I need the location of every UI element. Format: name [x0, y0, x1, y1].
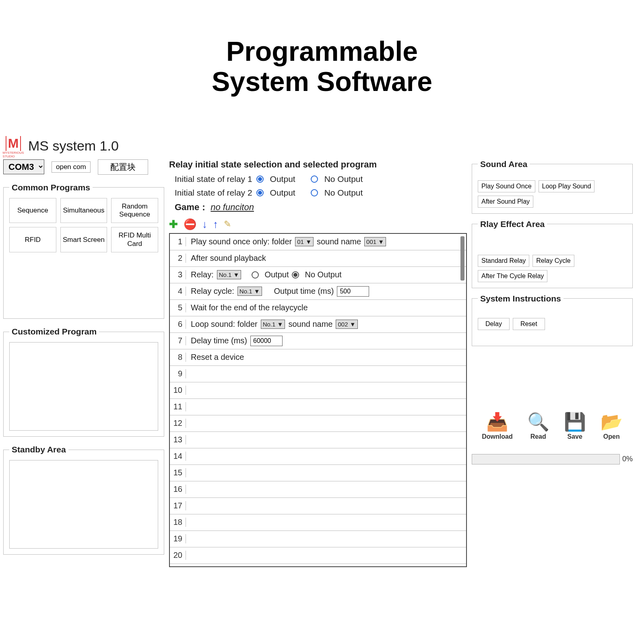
folder-icon: 📂: [601, 413, 623, 431]
relay-no-output-radio[interactable]: [292, 271, 299, 279]
download-icon: 📥: [486, 413, 508, 431]
program-rfid-multi-card[interactable]: RFID Multi Card: [111, 227, 158, 252]
table-row[interactable]: 8 Reset a device: [170, 349, 466, 366]
relay-effect-legend: Rlay Effect Area: [478, 219, 547, 229]
page-title: Programmable System Software: [0, 0, 644, 133]
standard-relay-button[interactable]: Standard Relay: [478, 255, 529, 267]
standby-area[interactable]: [9, 460, 158, 549]
folder-select[interactable]: 01 ▼: [295, 237, 314, 246]
output-time-input[interactable]: [337, 286, 369, 297]
table-row[interactable]: 16: [170, 481, 466, 498]
open-button[interactable]: 📂 Open: [601, 413, 623, 440]
remove-step-icon[interactable]: ⛔: [184, 218, 196, 231]
delay-button[interactable]: Delay: [478, 318, 510, 330]
config-block-button[interactable]: 配置块: [98, 159, 148, 175]
standby-area-legend: Standby Area: [9, 445, 68, 454]
table-row[interactable]: 19: [170, 531, 466, 547]
download-button[interactable]: 📥 Download: [482, 413, 512, 440]
standby-area-group: Standby Area: [3, 445, 164, 555]
step-toolbar: ✚ ⛔ ↓ ↑ ✎: [169, 217, 467, 233]
relay1-output-radio[interactable]: [256, 175, 264, 183]
read-button[interactable]: 🔍 Read: [527, 413, 549, 440]
table-row[interactable]: 5 Wait for the end of the relaycycle: [170, 300, 466, 316]
steps-table: 1 Play sound once only: folder 01 ▼ soun…: [169, 233, 467, 567]
progress-bar: [472, 454, 620, 464]
relay-config: Relay initial state selection and select…: [169, 159, 467, 217]
table-row[interactable]: 13: [170, 432, 466, 448]
add-step-icon[interactable]: ✚: [169, 218, 178, 231]
table-row[interactable]: 20: [170, 547, 466, 564]
move-down-icon[interactable]: ↓: [202, 218, 207, 231]
loop-sound-select[interactable]: 002 ▼: [336, 320, 357, 329]
relay-cycle-select[interactable]: No.1 ▼: [237, 287, 262, 296]
table-row[interactable]: 12: [170, 415, 466, 432]
relay-effect-group: Rlay Effect Area Standard Relay Relay Cy…: [472, 219, 633, 288]
customized-program-area[interactable]: [9, 342, 158, 431]
scrollbar[interactable]: [460, 236, 464, 281]
play-sound-once-button[interactable]: Play Sound Once: [478, 180, 535, 192]
logo: M MYSTERIOUS STUDIO: [3, 136, 23, 156]
program-smart-screen[interactable]: Smart Screen: [60, 227, 107, 252]
app-window: M MYSTERIOUS STUDIO MS system 1.0 COM3 o…: [0, 133, 644, 567]
app-title: MS system 1.0: [28, 138, 119, 154]
after-cycle-relay-button[interactable]: After The Cycle Relay: [478, 270, 547, 282]
sound-area-group: Sound Area Play Sound Once Loop Play Sou…: [472, 159, 633, 214]
progress-row: 0%: [472, 451, 633, 468]
common-programs-legend: Common Programs: [9, 183, 93, 192]
relay1-no-output-radio[interactable]: [311, 175, 318, 183]
app-header: M MYSTERIOUS STUDIO MS system 1.0: [3, 133, 641, 159]
relay-config-title: Relay initial state selection and select…: [169, 159, 467, 172]
table-row[interactable]: 15: [170, 465, 466, 481]
delay-time-input[interactable]: [250, 336, 283, 346]
tool-icon[interactable]: ✎: [224, 219, 231, 229]
sound-area-legend: Sound Area: [478, 159, 530, 169]
sound-select[interactable]: 001 ▼: [364, 237, 386, 246]
table-row[interactable]: 3 Relay: No.1 ▼ Output No Output: [170, 267, 466, 283]
system-instructions-group: System Instructions Delay Reset: [472, 294, 633, 346]
program-rfid[interactable]: RFID: [9, 227, 56, 252]
relay2-row: Initial state of relay 2 Output No Outpu…: [169, 186, 467, 200]
game-value: no funciton: [211, 202, 254, 212]
save-button[interactable]: 💾 Save: [564, 413, 586, 440]
table-row[interactable]: 18: [170, 514, 466, 531]
com-port-select[interactable]: COM3: [3, 159, 44, 174]
relay-select[interactable]: No.1 ▼: [217, 270, 242, 279]
program-random-sequence[interactable]: Random Sequence: [111, 198, 158, 223]
search-icon: 🔍: [527, 413, 549, 431]
table-row[interactable]: 6 Loop sound: folder No.1 ▼ sound name 0…: [170, 316, 466, 333]
customized-program-legend: Customized Program: [9, 327, 99, 336]
table-row[interactable]: 9: [170, 366, 466, 382]
relay2-output-radio[interactable]: [256, 189, 264, 196]
relay2-no-output-radio[interactable]: [311, 189, 318, 196]
loop-play-sound-button[interactable]: Loop Play Sound: [539, 180, 595, 192]
relay-output-radio[interactable]: [252, 271, 259, 279]
open-com-button[interactable]: open com: [52, 161, 91, 173]
relay-cycle-button[interactable]: Relay Cycle: [533, 255, 574, 267]
move-up-icon[interactable]: ↑: [213, 218, 218, 231]
game-row: Game： no funciton: [169, 200, 467, 217]
table-row[interactable]: 11: [170, 399, 466, 415]
program-simultaneous[interactable]: Simultaneous: [60, 198, 107, 223]
reset-button[interactable]: Reset: [513, 318, 545, 330]
table-row[interactable]: 2 After sound playback: [170, 250, 466, 267]
save-icon: 💾: [564, 413, 586, 431]
system-instructions-legend: System Instructions: [478, 294, 564, 303]
table-row[interactable]: 4 Relay cycle: No.1 ▼ Output time (ms): [170, 283, 466, 300]
table-row[interactable]: 7 Delay time (ms): [170, 333, 466, 349]
after-sound-play-button[interactable]: After Sound Play: [478, 196, 533, 208]
table-row[interactable]: 10: [170, 382, 466, 399]
loop-folder-select[interactable]: No.1 ▼: [261, 320, 285, 329]
table-row[interactable]: 17: [170, 498, 466, 514]
relay1-row: Initial state of relay 1 Output No Outpu…: [169, 172, 467, 186]
progress-percent: 0%: [622, 455, 633, 463]
table-row[interactable]: 1 Play sound once only: folder 01 ▼ soun…: [170, 234, 466, 250]
file-actions: 📥 Download 🔍 Read 💾 Save 📂 Open: [472, 406, 633, 445]
customized-program-group: Customized Program: [3, 327, 164, 437]
common-programs-group: Common Programs Sequence Simultaneous Ra…: [3, 183, 164, 319]
table-row[interactable]: 14: [170, 448, 466, 465]
program-sequence[interactable]: Sequence: [9, 198, 56, 223]
